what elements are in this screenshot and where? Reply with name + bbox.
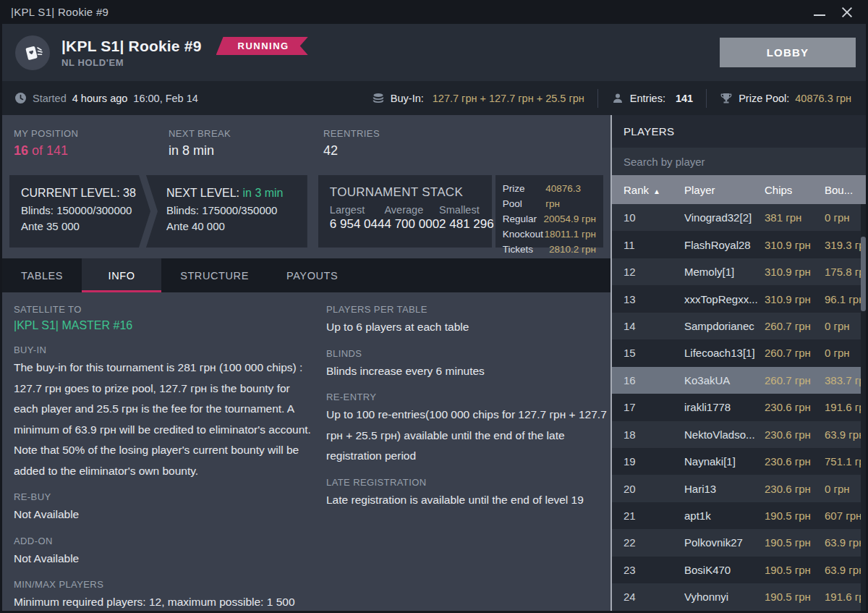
reentries-value: 42	[323, 143, 478, 158]
satellite-link[interactable]: |KPL S1| MASTER #16	[14, 317, 312, 334]
player-row[interactable]: 18 NektoVladso... 230.6 грн 63.9 грн	[612, 421, 866, 448]
player-rank: 10	[624, 211, 684, 224]
player-name: Vyhonnyi	[684, 591, 765, 603]
player-rank: 21	[624, 510, 684, 522]
minimize-icon[interactable]	[814, 14, 825, 16]
reentry-text: Up to 100 re-entries(100 000 chips for 1…	[326, 405, 608, 467]
player-row[interactable]: 12 Memoly[1] 310.9 грн 175.8 грн	[612, 258, 866, 285]
player-bounty: 0 грн	[825, 320, 866, 332]
tab-payouts[interactable]: PAYOUTS	[268, 258, 357, 292]
prize-row-value: 2810.2 грн	[549, 242, 596, 257]
minmax-label: MIN/MAX PLAYERS	[14, 577, 312, 592]
buyin-label: Buy-In:	[391, 93, 424, 104]
player-row[interactable]: 15 Lifecoach13[1] 260.7 грн 0 грн	[612, 339, 866, 366]
tab-info[interactable]: INFO	[82, 258, 161, 292]
player-name: Memoly[1]	[684, 266, 765, 278]
column-bounty[interactable]: Bou...	[825, 184, 866, 196]
current-level-title: CURRENT LEVEL: 38	[21, 187, 140, 200]
blinds-label: BLINDS	[326, 346, 608, 361]
player-name: Lifecoach13[1]	[684, 347, 765, 359]
player-row[interactable]: 11 FlashRoyal28 310.9 грн 319.3 грн	[612, 231, 866, 258]
tab-structure[interactable]: STRUCTURE	[161, 258, 268, 292]
player-name: Ko3akUA	[684, 374, 765, 386]
main-panel: MY POSITION 16 of 141 NEXT BREAK in 8 mi…	[2, 115, 610, 611]
player-row[interactable]: 17 irakli1778 230.6 грн 191.6 грн	[612, 394, 866, 420]
next-break-label: NEXT BREAK	[169, 128, 323, 139]
window-title: |KPL S1| Rookie #9	[11, 6, 109, 18]
tournament-info-bar: Started 4 hours ago 16:00, Feb 14 Buy-In…	[2, 81, 866, 115]
player-chips: 190.5 грн	[765, 510, 825, 522]
player-search	[612, 148, 866, 175]
player-chips: 260.7 грн	[765, 347, 825, 359]
playing-cards-icon	[22, 42, 43, 64]
next-level-ante: Ante 40 000	[166, 219, 297, 234]
player-row[interactable]: 24 Vyhonnyi 190.5 грн 191.6 грн	[612, 583, 866, 610]
prize-pool-label: Prize Pool:	[739, 93, 789, 104]
next-break-value: in 8 min	[169, 143, 323, 158]
prize-row-value: 40876.3 грн	[545, 181, 596, 211]
player-row[interactable]: 13 xxxTopRegxx... 310.9 грн 96.1 грн	[612, 285, 866, 312]
player-row[interactable]: 23 BosiK470 190.5 грн 63.9 грн	[612, 557, 866, 583]
tournament-stack-title: TOURNAMENT STACK	[330, 185, 480, 200]
player-rank: 13	[624, 293, 684, 305]
next-level-blinds: Blinds: 175000/350000	[166, 203, 297, 219]
prize-breakdown-row: Regular20054.9 грн	[503, 211, 596, 227]
player-rank: 12	[624, 266, 684, 278]
column-chips[interactable]: Chips	[765, 184, 825, 196]
player-row[interactable]: 16 Ko3akUA 260.7 грн 383.7 грн	[612, 367, 866, 394]
player-search-input[interactable]	[612, 148, 866, 175]
player-chips: 310.9 грн	[765, 293, 825, 305]
player-rank: 15	[624, 347, 684, 359]
prize-pool-value: 40876.3 грн	[795, 93, 851, 104]
player-name: NektoVladso...	[684, 428, 765, 441]
blinds-text: Blinds increase every 6 minutes	[326, 361, 608, 382]
tabs-bar: TABLES INFO STRUCTURE PAYOUTS	[2, 258, 610, 292]
smallest-value: 2 481 296	[439, 217, 494, 232]
player-row[interactable]: 21 apt1k 190.5 грн 607 грн	[612, 502, 866, 529]
player-bounty: 0 грн	[825, 211, 866, 224]
player-name: xxxTopRegxx...	[684, 293, 765, 305]
player-name: Polkovnik27	[684, 536, 765, 549]
player-name: FlashRoyal28	[684, 239, 765, 251]
player-rank: 20	[624, 483, 684, 495]
player-row[interactable]: 22 Polkovnik27 190.5 грн 63.9 грн	[612, 529, 866, 556]
tournament-header: |KPL S1| Rookie #9 RUNNING NL HOLD'EM LO…	[2, 24, 866, 81]
tournament-lobby-window: |KPL S1| Rookie #9 |KPL S1| Rookie #9	[0, 0, 868, 613]
prize-breakdown-row: Tickets2810.2 грн	[503, 242, 596, 257]
prize-breakdown-box: Prize Pool40876.3 грн Regular20054.9 грн…	[495, 175, 603, 248]
column-player[interactable]: Player	[684, 184, 765, 196]
player-row[interactable]: 19 Naynaki[1] 230.6 грн 751.1 грн	[612, 448, 866, 475]
prize-pool-group: Prize Pool: 40876.3 грн	[720, 92, 851, 105]
entries-value: 141	[676, 93, 693, 104]
tournament-stack-box: TOURNAMENT STACK Largest 6 954 044 Avera…	[318, 175, 492, 248]
player-row[interactable]: 10 Vinograd32[2] 381 грн 0 грн	[612, 204, 866, 231]
prize-row-value: 18011.1 грн	[545, 227, 596, 242]
player-rank: 22	[624, 536, 684, 549]
player-row[interactable]: 20 Hari13 230.6 грн 0 грн	[612, 475, 866, 502]
lobby-button[interactable]: LOBBY	[720, 38, 856, 67]
player-rank: 18	[624, 428, 684, 441]
players-panel-title: PLAYERS	[612, 115, 866, 148]
average-label: Average	[384, 204, 439, 216]
close-icon[interactable]	[841, 7, 853, 18]
largest-stack: Largest 6 954 044	[330, 204, 385, 232]
title-bar: |KPL S1| Rookie #9	[2, 0, 866, 24]
scrollbar-thumb[interactable]	[861, 237, 866, 311]
info-right-column: PLAYERS PER TABLE Up to 6 players at eac…	[326, 302, 608, 611]
player-row[interactable]: 14 Sampdorianec 260.7 грн 0 грн	[612, 313, 866, 339]
player-name: Sampdorianec	[684, 320, 765, 332]
column-rank[interactable]: Rank▲	[624, 184, 684, 196]
player-bounty: 751.1 грн	[825, 455, 866, 468]
players-scrollbar[interactable]	[861, 204, 866, 611]
player-name: BosiK470	[684, 564, 765, 576]
player-chips: 190.5 грн	[765, 591, 825, 603]
tab-tables[interactable]: TABLES	[2, 258, 82, 292]
late-registration-label: LATE REGISTRATION	[326, 475, 608, 490]
started-group: Started 4 hours ago 16:00, Feb 14	[14, 92, 198, 105]
player-bounty: 63.9 грн	[825, 428, 866, 441]
next-level-title: NEXT LEVEL:	[166, 187, 243, 199]
player-name: Naynaki[1]	[684, 455, 765, 468]
tournament-title: |KPL S1| Rookie #9	[61, 38, 202, 55]
entries-label: Entries:	[630, 93, 665, 104]
player-bounty: 191.6 грн	[825, 591, 866, 603]
